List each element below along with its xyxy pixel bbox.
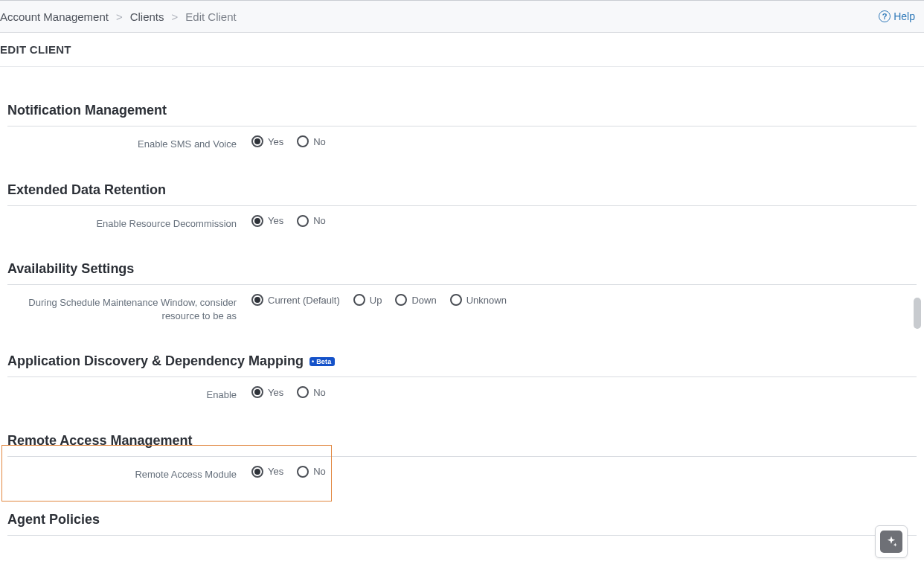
section-title-remote-access: Remote Access Management	[7, 433, 917, 457]
help-link[interactable]: ? Help	[879, 10, 915, 22]
breadcrumb-separator: >	[172, 10, 179, 23]
section-title-notification: Notification Management	[7, 103, 917, 126]
radio-label: Up	[370, 295, 382, 306]
radio-group-maintenance: Current (Default) Up Down Unknown	[251, 294, 507, 306]
radio-decommission-no[interactable]: No	[297, 215, 326, 227]
radio-dot-icon	[251, 386, 263, 398]
radio-dot-icon	[297, 466, 309, 478]
radio-maintenance-down[interactable]: Down	[395, 294, 436, 306]
section-title-text: Agent Policies	[7, 512, 100, 528]
radio-label: Yes	[268, 387, 283, 398]
help-icon: ?	[879, 10, 891, 22]
radio-remote-access-no[interactable]: No	[297, 466, 326, 478]
section-title-availability: Availability Settings	[7, 261, 917, 285]
radio-addm-no[interactable]: No	[297, 386, 326, 398]
radio-label: Unknown	[466, 295, 507, 306]
field-label: Enable SMS and Voice	[7, 135, 251, 151]
radio-remote-access-yes[interactable]: Yes	[251, 466, 283, 478]
breadcrumb-current: Edit Client	[185, 10, 236, 23]
radio-label: Yes	[268, 466, 283, 477]
radio-group-sms-voice: Yes No	[251, 135, 326, 147]
radio-group-addm: Yes No	[251, 386, 326, 398]
radio-maintenance-current[interactable]: Current (Default)	[251, 294, 340, 306]
radio-dot-icon	[251, 135, 263, 147]
radio-addm-yes[interactable]: Yes	[251, 386, 283, 398]
section-notification-management: Notification Management Enable SMS and V…	[7, 103, 917, 151]
radio-dot-icon	[251, 215, 263, 227]
field-maintenance-state: During Schedule Maintenance Window, cons…	[7, 285, 917, 322]
field-label: Remote Access Module	[7, 466, 251, 481]
section-title-text: Notification Management	[7, 103, 167, 118]
beta-badge: Beta	[309, 357, 335, 366]
section-availability-settings: Availability Settings During Schedule Ma…	[7, 261, 917, 322]
radio-label: Yes	[268, 136, 283, 147]
assistant-widget[interactable]	[875, 525, 908, 558]
radio-label: Down	[411, 295, 436, 306]
section-agent-policies: Agent Policies	[7, 512, 917, 536]
radio-dot-icon	[450, 294, 462, 306]
section-addm: Application Discovery & Dependency Mappi…	[7, 353, 917, 402]
radio-dot-icon	[395, 294, 407, 306]
radio-dot-icon	[297, 386, 309, 398]
breadcrumb-bar: Account Management > Clients > Edit Clie…	[0, 0, 924, 33]
radio-label: No	[313, 136, 326, 147]
radio-dot-icon	[251, 294, 263, 306]
field-label: During Schedule Maintenance Window, cons…	[7, 294, 251, 322]
radio-dot-icon	[251, 466, 263, 478]
section-title-text: Extended Data Retention	[7, 182, 166, 198]
sparkle-icon	[880, 531, 902, 553]
radio-group-decommission: Yes No	[251, 215, 326, 227]
radio-sms-voice-no[interactable]: No	[297, 135, 326, 147]
section-title-agent-policies: Agent Policies	[7, 512, 917, 536]
form-content: Notification Management Enable SMS and V…	[0, 67, 924, 536]
breadcrumb: Account Management > Clients > Edit Clie…	[0, 10, 237, 23]
radio-maintenance-up[interactable]: Up	[353, 294, 382, 306]
field-enable-sms-voice: Enable SMS and Voice Yes No	[7, 126, 917, 151]
help-label: Help	[893, 10, 915, 22]
radio-dot-icon	[297, 215, 309, 227]
section-extended-data-retention: Extended Data Retention Enable Resource …	[7, 182, 917, 231]
breadcrumb-clients[interactable]: Clients	[130, 10, 164, 23]
breadcrumb-separator: >	[116, 10, 123, 23]
radio-label: Yes	[268, 215, 283, 226]
page-title: EDIT CLIENT	[0, 33, 924, 67]
radio-dot-icon	[297, 135, 309, 147]
radio-label: Current (Default)	[268, 295, 340, 306]
radio-sms-voice-yes[interactable]: Yes	[251, 135, 283, 147]
radio-decommission-yes[interactable]: Yes	[251, 215, 283, 227]
section-title-retention: Extended Data Retention	[7, 182, 917, 206]
radio-label: No	[313, 466, 326, 477]
field-enable-resource-decommission: Enable Resource Decommission Yes No	[7, 206, 917, 231]
radio-maintenance-unknown[interactable]: Unknown	[450, 294, 507, 306]
field-label: Enable	[7, 386, 251, 402]
radio-dot-icon	[353, 294, 365, 306]
vertical-scrollbar-thumb[interactable]	[914, 298, 921, 329]
radio-label: No	[313, 215, 326, 226]
field-addm-enable: Enable Yes No	[7, 377, 917, 402]
field-label: Enable Resource Decommission	[7, 215, 251, 231]
vertical-scrollbar-track[interactable]	[914, 0, 921, 564]
section-title-text: Remote Access Management	[7, 433, 192, 449]
breadcrumb-account-management[interactable]: Account Management	[0, 10, 109, 23]
section-title-text: Availability Settings	[7, 261, 134, 277]
section-title-text: Application Discovery & Dependency Mappi…	[7, 353, 304, 369]
section-title-addm: Application Discovery & Dependency Mappi…	[7, 353, 917, 377]
radio-label: No	[313, 387, 326, 398]
field-remote-access-module: Remote Access Module Yes No	[7, 457, 917, 481]
radio-group-remote-access: Yes No	[251, 466, 326, 478]
section-remote-access: Remote Access Management Remote Access M…	[7, 433, 917, 481]
